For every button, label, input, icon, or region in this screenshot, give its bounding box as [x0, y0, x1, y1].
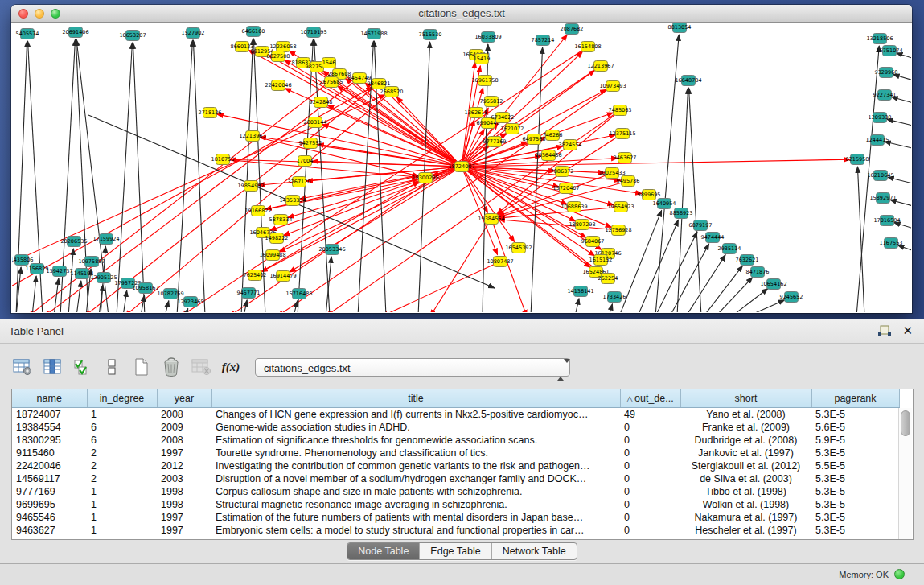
network-node[interactable]: 20691406 — [62, 27, 88, 38]
network-node[interactable]: 14136141 — [567, 286, 593, 297]
network-node[interactable]: 7485063 — [609, 105, 632, 116]
network-node[interactable]: 16033809 — [474, 32, 501, 43]
tab-network-table[interactable]: Network Table — [492, 543, 577, 559]
network-node[interactable]: 1156829 — [26, 264, 49, 274]
column-chooser-icon[interactable] — [42, 356, 63, 377]
network-node[interactable]: 2803144 — [304, 117, 327, 128]
network-node[interactable]: 17004 — [297, 156, 314, 167]
network-node[interactable]: 252254 — [598, 274, 618, 284]
network-node[interactable]: 19166822 — [244, 206, 271, 216]
network-node[interactable]: 12905125 — [90, 273, 117, 283]
network-node[interactable]: 17016504 — [873, 216, 900, 226]
close-panel-icon[interactable]: ✕ — [902, 323, 913, 338]
column-header-year[interactable]: year — [157, 389, 211, 407]
network-node[interactable]: 14671988 — [360, 29, 387, 39]
rows-icon[interactable] — [101, 356, 122, 377]
network-node[interactable]: 746266 — [543, 130, 563, 141]
network-node[interactable]: 3267120 — [288, 177, 311, 187]
network-node[interactable]: 9474444 — [701, 233, 725, 243]
network-node[interactable]: 20364486 — [535, 150, 561, 161]
table-row[interactable]: 1830029562008Estimation of significance … — [12, 434, 899, 447]
network-node[interactable]: 10958167 — [132, 283, 158, 294]
network-node[interactable]: 16961758 — [471, 76, 498, 86]
network-node[interactable]: 8827508 — [267, 51, 290, 62]
network-node[interactable]: 1167553 — [880, 238, 903, 249]
network-node[interactable]: 1498222 — [265, 233, 289, 244]
table-settings-icon[interactable] — [12, 356, 33, 377]
zoom-window-button[interactable] — [51, 9, 60, 19]
network-node[interactable]: 15419 — [474, 54, 491, 64]
table-source-select[interactable]: citations_edges.txt — [255, 358, 570, 377]
table-row[interactable]: 946554611997Estimation of the future num… — [12, 511, 899, 524]
network-node[interactable]: 9329968 — [875, 68, 898, 78]
table-scrollbar[interactable] — [898, 408, 912, 539]
table-row[interactable]: 1872400712008Changes of HCN gene express… — [12, 407, 899, 421]
network-node[interactable]: 10973493 — [599, 81, 626, 92]
network-node[interactable]: 6466160 — [242, 27, 265, 37]
network-node[interactable]: 16210645 — [867, 171, 893, 181]
window-titlebar[interactable]: citations_edges.txt — [11, 5, 912, 23]
new-table-icon[interactable] — [131, 356, 152, 377]
network-node[interactable]: 8215958 — [846, 154, 869, 165]
network-node[interactable]: 1209338 — [869, 113, 892, 123]
network-node[interactable]: 2087682 — [561, 24, 584, 35]
column-header-in-degree[interactable]: in_degree — [87, 389, 157, 407]
network-node[interactable]: 7515530 — [419, 30, 442, 40]
network-node[interactable]: 12213967 — [587, 61, 614, 72]
function-builder-icon[interactable]: f(x) — [220, 356, 241, 377]
network-node[interactable]: 16545392 — [505, 243, 532, 253]
network-node[interactable]: 20206535 — [60, 237, 87, 247]
network-node[interactable]: 10719195 — [300, 27, 326, 38]
column-header-out-degree[interactable]: △out_de... — [620, 389, 680, 407]
network-node[interactable]: 15716485 — [285, 289, 312, 299]
network-node[interactable]: 16648784 — [675, 76, 701, 86]
network-node[interactable]: 5878334 — [269, 215, 293, 225]
network-node[interactable]: 8813054 — [668, 23, 692, 33]
network-node[interactable]: 9463627 — [614, 153, 637, 163]
network-node[interactable]: 9457771 — [237, 288, 261, 299]
network-node[interactable]: 2675685 — [320, 77, 343, 88]
network-node[interactable]: 9495786 — [617, 176, 640, 187]
network-node[interactable]: 9899695 — [638, 190, 661, 200]
network-node[interactable]: 2935114 — [718, 244, 741, 254]
network-node[interactable]: 7886372 — [551, 167, 574, 177]
network-node[interactable]: 17159924 — [92, 234, 119, 245]
network-node[interactable]: 1244415 — [866, 135, 889, 146]
network-node[interactable]: 1640954 — [653, 199, 676, 209]
minimize-window-button[interactable] — [35, 9, 44, 19]
network-node[interactable]: 12923465 — [177, 297, 203, 307]
network-node[interactable]: 9777169 — [483, 137, 507, 147]
table-row[interactable]: 946362711997Embryonic stem cells: a mode… — [12, 524, 899, 537]
network-node[interactable]: 1615152 — [589, 255, 613, 266]
network-node[interactable]: 3824554 — [559, 140, 582, 150]
column-header-name[interactable]: name — [12, 389, 87, 407]
table-row[interactable]: 911546021997Tourette syndrome. Phenomeno… — [12, 447, 899, 459]
network-node[interactable]: 16914479 — [269, 271, 296, 282]
network-node[interactable]: 9684067 — [581, 237, 605, 247]
network-node[interactable]: 1810755 — [211, 154, 235, 165]
table-row[interactable]: 969969511998Structural magnetic resonanc… — [12, 498, 899, 511]
column-header-short[interactable]: short — [680, 389, 811, 407]
network-node[interactable]: 10654162 — [760, 279, 786, 290]
memory-status-indicator[interactable] — [894, 569, 905, 579]
network-node[interactable]: 10975887 — [78, 257, 105, 267]
network-node[interactable]: 7857214 — [532, 35, 555, 46]
close-window-button[interactable] — [18, 9, 28, 19]
network-node[interactable]: 1546 — [322, 58, 336, 68]
network-node[interactable]: 15892971 — [869, 193, 896, 204]
network-node[interactable]: 12756928 — [605, 225, 631, 236]
network-node[interactable]: 12213963 — [239, 131, 265, 142]
network-node[interactable]: 1733426 — [603, 292, 626, 303]
column-header-title[interactable]: title — [211, 389, 620, 407]
network-node[interactable]: 2718126 — [199, 108, 222, 118]
network-node[interactable]: 13218506 — [866, 34, 893, 44]
row-selection-icon[interactable] — [72, 356, 92, 377]
network-node[interactable]: 9427552 — [299, 138, 322, 149]
column-header-pagerank[interactable]: pagerank — [811, 389, 899, 407]
network-node[interactable]: 15751074 — [876, 46, 902, 56]
network-node[interactable]: 10782759 — [157, 289, 183, 299]
table-row[interactable]: 977716911998Corpus callosum shape and si… — [12, 485, 899, 498]
float-panel-icon[interactable] — [877, 324, 892, 339]
network-node[interactable]: 8471876 — [746, 267, 770, 278]
delete-table-icon[interactable] — [161, 356, 182, 377]
